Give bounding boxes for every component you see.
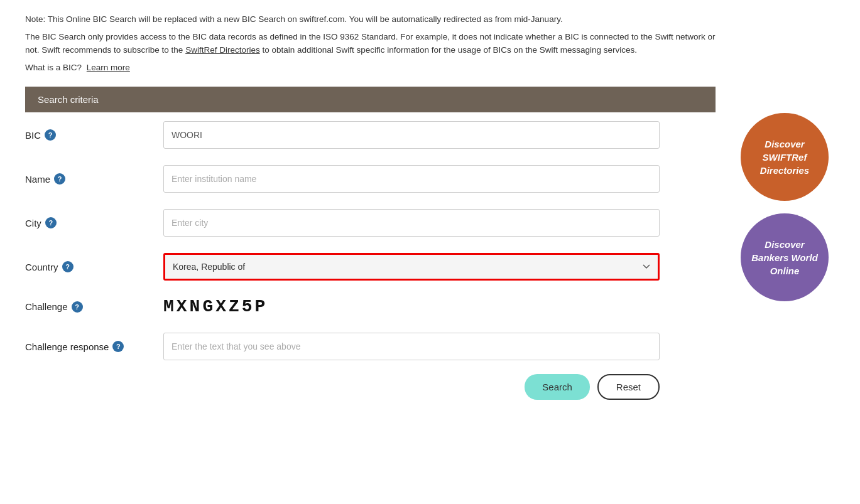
main-content: Note: This Online BIC Search will be rep… — [25, 13, 716, 406]
challenge-response-help-icon[interactable]: ? — [112, 341, 124, 352]
notice-line1: Note: This Online BIC Search will be rep… — [25, 14, 563, 24]
challenge-response-input[interactable] — [163, 333, 660, 360]
challenge-response-row: Challenge response ? — [25, 330, 716, 363]
city-help-icon[interactable]: ? — [45, 217, 57, 228]
city-input[interactable] — [163, 209, 660, 237]
what-is-bic: What is a BIC? — [25, 63, 82, 72]
challenge-response-label: Challenge response ? — [25, 341, 163, 352]
name-row: Name ? — [25, 163, 716, 195]
swiftref-link[interactable]: SwiftRef Directories — [185, 45, 260, 55]
challenge-help-icon[interactable]: ? — [72, 301, 83, 313]
name-input[interactable] — [163, 165, 660, 193]
challenge-label: Challenge ? — [25, 301, 163, 313]
challenge-image: MXNGXZ5P — [163, 297, 268, 316]
bankers-world-circle-button[interactable]: Discover Bankers World Online — [741, 213, 829, 301]
city-label: City ? — [25, 217, 163, 228]
bic-help-icon[interactable]: ? — [45, 129, 56, 141]
reset-button[interactable]: Reset — [597, 374, 660, 400]
search-button[interactable]: Search — [525, 374, 590, 400]
bic-row: BIC ? — [25, 119, 716, 151]
bic-input[interactable] — [163, 121, 660, 149]
name-help-icon[interactable]: ? — [54, 173, 65, 185]
search-form: BIC ? Name ? City ? — [25, 112, 716, 406]
swiftref-circle-button[interactable]: Discover SWIFTRef Directories — [741, 113, 829, 201]
country-label: Country ? — [25, 261, 163, 272]
notice-block: Note: This Online BIC Search will be rep… — [25, 13, 716, 74]
notice-line3: to obtain additional Swift specific info… — [262, 45, 637, 55]
search-criteria-header: Search criteria — [25, 87, 716, 112]
name-label: Name ? — [25, 173, 163, 185]
page-wrapper: Note: This Online BIC Search will be rep… — [25, 13, 835, 406]
button-row: Search Reset — [25, 374, 660, 400]
sidebar: Discover SWIFTRef Directories Discover B… — [734, 13, 835, 406]
country-help-icon[interactable]: ? — [62, 261, 73, 272]
challenge-row: Challenge ? MXNGXZ5P — [25, 294, 716, 319]
country-row: Country ? AfghanistanAlbaniaAlgeriaAndor… — [25, 250, 716, 283]
country-select[interactable]: AfghanistanAlbaniaAlgeriaAndorraAngolaAr… — [163, 253, 660, 281]
city-row: City ? — [25, 206, 716, 239]
bic-label: BIC ? — [25, 129, 163, 141]
learn-more-link[interactable]: Learn more — [87, 63, 130, 72]
